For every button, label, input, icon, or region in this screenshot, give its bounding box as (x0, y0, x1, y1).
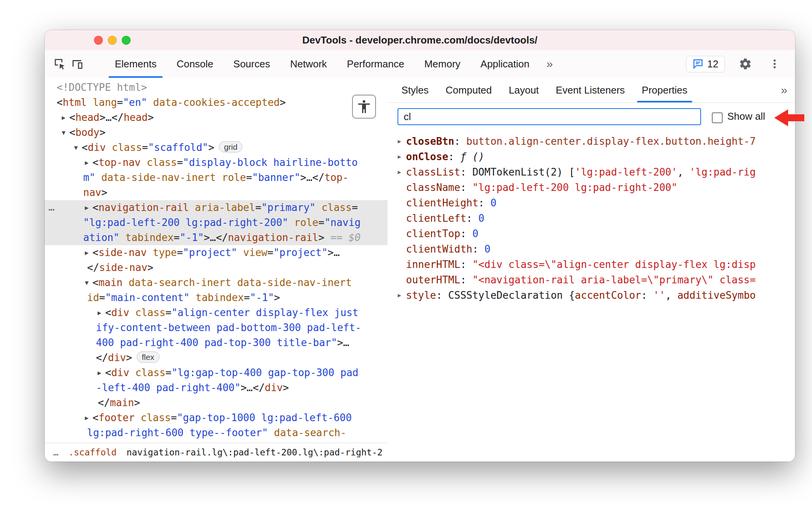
dom-tree-node[interactable]: ▶<head>…</head> (45, 110, 388, 125)
dom-tree-node[interactable]: nav> (45, 185, 388, 200)
dom-tree-node[interactable]: </main> (45, 395, 388, 410)
dom-tree-node[interactable]: ify-content-between pad-bottom-300 pad-l… (45, 320, 388, 335)
property-row[interactable]: innerHTML: "<div class=\"align-center di… (388, 257, 795, 272)
code-token: '' (653, 289, 665, 301)
sidebar-more-tabs-chevron[interactable]: » (781, 84, 787, 97)
tab-performance[interactable]: Performance (337, 50, 414, 78)
dom-tree-node[interactable]: "lg:pad-left-200 lg:pad-right-200" role=… (45, 215, 388, 230)
dom-tree-node[interactable]: ▼<div class="scaffold">grid (45, 140, 388, 155)
dom-tree-node[interactable]: </div>flex (45, 350, 388, 365)
dom-tree-node[interactable]: ▶<side-nav type="project" view="project"… (45, 245, 388, 260)
property-row[interactable]: clientHeight: 0 (388, 195, 795, 211)
dom-tree-node[interactable]: …▶<navigation-rail aria-label="primary" … (45, 200, 388, 215)
close-window-button[interactable] (94, 36, 103, 45)
show-all-checkbox[interactable] (712, 112, 723, 123)
sidebar-tab-computed[interactable]: Computed (437, 78, 500, 102)
dom-tree-node[interactable]: ▼<main data-search-inert data-side-nav-i… (45, 275, 388, 290)
dom-tree-node[interactable]: ▶<div class="align-center display-flex j… (45, 305, 388, 320)
code-token: "gap-top-1000 lg:pad-left-600 (177, 412, 352, 423)
expanded-arrow-icon[interactable]: ▼ (82, 275, 92, 290)
property-row[interactable]: className: "lg:pad-left-200 lg:pad-right… (388, 180, 795, 195)
dom-tree-node[interactable]: 400 pad-right-400 pad-top-300 title-bar"… (45, 335, 388, 350)
panel-tabs: ElementsConsoleSourcesNetworkPerformance… (105, 50, 540, 78)
dom-tree-node[interactable]: </side-nav> (45, 260, 388, 275)
collapsed-arrow-icon[interactable]: ▶ (82, 410, 92, 425)
property-name: clientTop (406, 228, 460, 239)
sidebar-tab-styles[interactable]: Styles (393, 78, 437, 102)
tab-memory[interactable]: Memory (414, 50, 470, 78)
issues-button[interactable]: 12 (686, 56, 725, 72)
expanded-arrow-icon[interactable]: ▼ (59, 125, 69, 140)
breadcrumb-item[interactable]: navigation-rail.lg\:pad-left-200.lg\:pad… (126, 447, 383, 457)
sidebar-tab-layout[interactable]: Layout (500, 78, 547, 102)
settings-button[interactable] (737, 55, 754, 73)
minimize-window-button[interactable] (108, 36, 117, 45)
collapsed-arrow-icon[interactable]: ▶ (59, 110, 69, 125)
breadcrumb-item[interactable]: … (53, 447, 59, 457)
device-toolbar-button[interactable] (69, 55, 86, 73)
code-token: > (319, 232, 325, 243)
filter-row: Show all (388, 103, 795, 131)
property-name: style (406, 289, 436, 301)
dom-tree-node[interactable]: ▼<body> (45, 125, 388, 140)
tab-application[interactable]: Application (470, 50, 539, 78)
dom-tree-node[interactable]: m" data-side-nav-inert role="banner">…</… (45, 170, 388, 185)
code-token: , (665, 289, 677, 301)
collapsed-arrow-icon[interactable]: ▶ (394, 149, 404, 164)
zoom-window-button[interactable] (122, 36, 131, 45)
collapsed-arrow-icon[interactable]: ▶ (394, 288, 404, 303)
collapsed-arrow-icon[interactable]: ▶ (394, 164, 404, 180)
node-more-actions[interactable]: … (49, 200, 55, 215)
tab-console[interactable]: Console (166, 50, 223, 78)
code-token: "project" (183, 247, 237, 258)
code-token: > (148, 262, 154, 273)
sidebar-tab-event-listeners[interactable]: Event Listeners (547, 78, 633, 102)
code-token: view (237, 247, 267, 258)
dom-tree-node[interactable]: <html lang="en" data-cookies-accepted> (45, 95, 388, 110)
code-token: > (283, 382, 289, 393)
code-token: > (148, 112, 154, 123)
code-token: tabindex (190, 292, 244, 303)
dom-tree-node[interactable]: ▶<div class="lg:gap-top-400 gap-top-300 … (45, 365, 388, 380)
toolbar-right: 12 (686, 50, 783, 78)
menu-kebab-button[interactable] (766, 55, 783, 73)
collapsed-arrow-icon[interactable]: ▶ (94, 305, 104, 320)
dom-tree-node[interactable]: ▶<footer class="gap-top-1000 lg:pad-left… (45, 410, 388, 425)
tab-sources[interactable]: Sources (223, 50, 280, 78)
code-token: < (92, 157, 99, 168)
more-tabs-chevron[interactable]: » (547, 57, 553, 70)
property-row[interactable]: clientTop: 0 (388, 226, 795, 241)
flex-badge[interactable]: flex (137, 351, 159, 363)
dom-tree-node[interactable]: lg:pad-right-600 type--footer" data-sear… (45, 425, 388, 440)
breadcrumb-item[interactable]: .scaffold (69, 447, 117, 457)
code-token: < (69, 112, 75, 123)
code-token: >…</ (204, 232, 228, 243)
dom-tree-node[interactable]: id="main-content" tabindex="-1"> (45, 290, 388, 305)
dom-tree-node[interactable]: ation" tabindex="-1">…</navigation-rail>… (45, 230, 388, 245)
expanded-arrow-icon[interactable]: ▼ (71, 140, 81, 155)
property-row[interactable]: ▶closeBtn: button.align-center.display-f… (388, 134, 795, 149)
dom-tree-node[interactable]: ▶<top-nav class="display-block hairline-… (45, 155, 388, 170)
grid-badge[interactable]: grid (219, 141, 242, 152)
collapsed-arrow-icon[interactable]: ▶ (82, 155, 92, 170)
property-row[interactable]: ▶style: CSSStyleDeclaration {accentColor… (388, 288, 795, 303)
inspect-element-button[interactable] (51, 55, 69, 73)
collapsed-arrow-icon[interactable]: ▶ (94, 365, 104, 380)
tab-network[interactable]: Network (280, 50, 337, 78)
tab-elements[interactable]: Elements (105, 50, 166, 78)
property-row[interactable]: clientLeft: 0 (388, 211, 795, 226)
property-row[interactable]: ▶classList: DOMTokenList(2) ['lg:pad-lef… (388, 164, 795, 180)
accessibility-tree-button[interactable] (352, 95, 376, 119)
dom-tree-node[interactable]: -left-400 pad-right-400">…</div> (45, 380, 388, 395)
property-row[interactable]: ▶onClose: ƒ () (388, 149, 795, 164)
collapsed-arrow-icon[interactable]: ▶ (82, 200, 92, 215)
sidebar-tab-properties[interactable]: Properties (633, 78, 696, 102)
code-token: </ (87, 262, 99, 273)
collapsed-arrow-icon[interactable]: ▶ (394, 134, 404, 149)
properties-filter-input[interactable] (398, 108, 701, 125)
collapsed-arrow-icon[interactable]: ▶ (82, 245, 92, 260)
property-row[interactable]: clientWidth: 0 (388, 241, 795, 257)
property-row[interactable]: outerHTML: "<navigation-rail aria-label=… (388, 272, 795, 288)
code-token: ify-content-between pad-bottom-300 pad-l… (96, 322, 361, 333)
dom-tree-node[interactable]: <!DOCTYPE html> (45, 80, 388, 95)
